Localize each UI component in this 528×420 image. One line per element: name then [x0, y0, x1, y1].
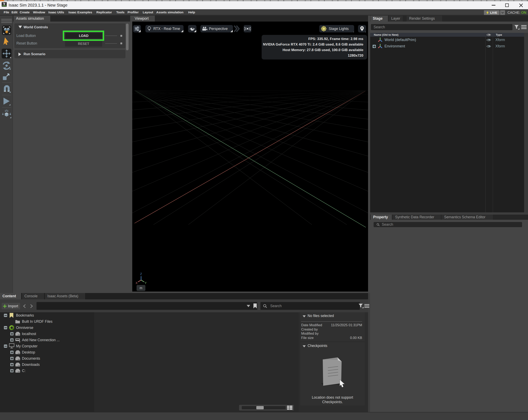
- svg-text:Z: Z: [140, 272, 142, 276]
- svg-text:X: X: [135, 281, 138, 284]
- svg-text:Y: Y: [144, 281, 147, 284]
